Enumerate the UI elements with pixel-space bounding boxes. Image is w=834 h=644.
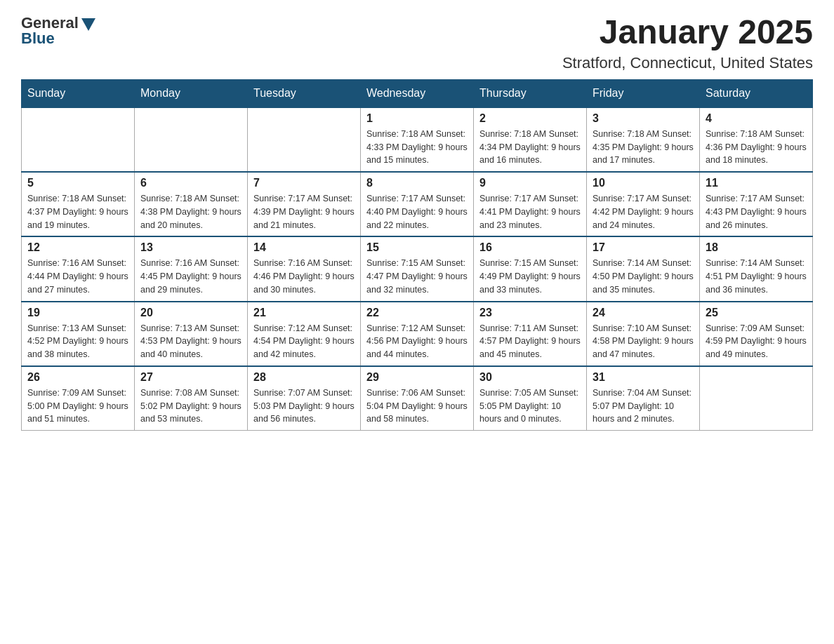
calendar-day-2: 2Sunrise: 7:18 AM Sunset: 4:34 PM Daylig… <box>474 107 587 172</box>
calendar-day-29: 29Sunrise: 7:06 AM Sunset: 5:04 PM Dayli… <box>361 366 474 431</box>
day-number: 19 <box>27 307 128 319</box>
calendar-week-row: 5Sunrise: 7:18 AM Sunset: 4:37 PM Daylig… <box>22 172 813 236</box>
calendar-week-row: 26Sunrise: 7:09 AM Sunset: 5:00 PM Dayli… <box>22 366 813 431</box>
calendar-day-7: 7Sunrise: 7:17 AM Sunset: 4:39 PM Daylig… <box>248 172 361 236</box>
day-number: 28 <box>253 371 355 384</box>
day-info: Sunrise: 7:17 AM Sunset: 4:39 PM Dayligh… <box>253 192 355 232</box>
calendar-day-14: 14Sunrise: 7:16 AM Sunset: 4:46 PM Dayli… <box>248 236 361 301</box>
day-number: 29 <box>366 371 468 384</box>
day-number: 6 <box>140 177 241 189</box>
day-number: 27 <box>140 371 241 384</box>
calendar-week-row: 12Sunrise: 7:16 AM Sunset: 4:44 PM Dayli… <box>22 236 813 301</box>
day-number: 9 <box>479 177 581 189</box>
day-info: Sunrise: 7:18 AM Sunset: 4:36 PM Dayligh… <box>706 128 807 167</box>
logo-triangle-icon <box>81 18 95 31</box>
calendar-day-9: 9Sunrise: 7:17 AM Sunset: 4:41 PM Daylig… <box>474 172 587 236</box>
day-header-wednesday: Wednesday <box>361 79 474 107</box>
calendar-day-22: 22Sunrise: 7:12 AM Sunset: 4:56 PM Dayli… <box>361 302 474 366</box>
month-title: January 2025 <box>562 14 813 51</box>
calendar-day-16: 16Sunrise: 7:15 AM Sunset: 4:49 PM Dayli… <box>474 236 587 301</box>
calendar-empty-cell <box>248 107 361 172</box>
calendar-day-31: 31Sunrise: 7:04 AM Sunset: 5:07 PM Dayli… <box>587 366 700 431</box>
calendar-day-6: 6Sunrise: 7:18 AM Sunset: 4:38 PM Daylig… <box>135 172 248 236</box>
calendar-day-19: 19Sunrise: 7:13 AM Sunset: 4:52 PM Dayli… <box>22 302 135 366</box>
day-number: 11 <box>706 177 807 189</box>
calendar-day-15: 15Sunrise: 7:15 AM Sunset: 4:47 PM Dayli… <box>361 236 474 301</box>
calendar-day-5: 5Sunrise: 7:18 AM Sunset: 4:37 PM Daylig… <box>22 172 135 236</box>
calendar-day-28: 28Sunrise: 7:07 AM Sunset: 5:03 PM Dayli… <box>248 366 361 431</box>
calendar-day-26: 26Sunrise: 7:09 AM Sunset: 5:00 PM Dayli… <box>22 366 135 431</box>
calendar-day-18: 18Sunrise: 7:14 AM Sunset: 4:51 PM Dayli… <box>700 236 813 301</box>
day-info: Sunrise: 7:13 AM Sunset: 4:52 PM Dayligh… <box>27 322 128 361</box>
day-number: 18 <box>706 241 807 254</box>
calendar-day-30: 30Sunrise: 7:05 AM Sunset: 5:05 PM Dayli… <box>474 366 587 431</box>
day-header-thursday: Thursday <box>474 79 587 107</box>
day-info: Sunrise: 7:14 AM Sunset: 4:51 PM Dayligh… <box>706 257 807 296</box>
day-info: Sunrise: 7:14 AM Sunset: 4:50 PM Dayligh… <box>593 257 694 296</box>
calendar-empty-cell <box>700 366 813 431</box>
calendar-day-3: 3Sunrise: 7:18 AM Sunset: 4:35 PM Daylig… <box>587 107 700 172</box>
day-info: Sunrise: 7:09 AM Sunset: 5:00 PM Dayligh… <box>27 387 128 426</box>
calendar-day-13: 13Sunrise: 7:16 AM Sunset: 4:45 PM Dayli… <box>135 236 248 301</box>
day-info: Sunrise: 7:11 AM Sunset: 4:57 PM Dayligh… <box>479 322 581 361</box>
day-number: 31 <box>593 371 694 384</box>
day-number: 26 <box>27 371 128 384</box>
day-info: Sunrise: 7:17 AM Sunset: 4:43 PM Dayligh… <box>706 192 807 232</box>
day-number: 16 <box>479 241 581 254</box>
calendar-day-24: 24Sunrise: 7:10 AM Sunset: 4:58 PM Dayli… <box>587 302 700 366</box>
day-info: Sunrise: 7:05 AM Sunset: 5:05 PM Dayligh… <box>479 387 581 426</box>
calendar-table: SundayMondayTuesdayWednesdayThursdayFrid… <box>21 79 813 431</box>
day-header-sunday: Sunday <box>22 79 135 107</box>
day-info: Sunrise: 7:18 AM Sunset: 4:35 PM Dayligh… <box>593 128 694 167</box>
day-info: Sunrise: 7:04 AM Sunset: 5:07 PM Dayligh… <box>593 387 694 426</box>
day-info: Sunrise: 7:17 AM Sunset: 4:40 PM Dayligh… <box>366 192 468 232</box>
day-number: 25 <box>706 307 807 319</box>
day-info: Sunrise: 7:13 AM Sunset: 4:53 PM Dayligh… <box>140 322 241 361</box>
day-header-friday: Friday <box>587 79 700 107</box>
location-title: Stratford, Connecticut, United States <box>562 54 813 72</box>
day-info: Sunrise: 7:18 AM Sunset: 4:37 PM Dayligh… <box>27 192 128 232</box>
calendar-day-23: 23Sunrise: 7:11 AM Sunset: 4:57 PM Dayli… <box>474 302 587 366</box>
calendar-day-1: 1Sunrise: 7:18 AM Sunset: 4:33 PM Daylig… <box>361 107 474 172</box>
calendar-day-11: 11Sunrise: 7:17 AM Sunset: 4:43 PM Dayli… <box>700 172 813 236</box>
day-number: 17 <box>593 241 694 254</box>
day-info: Sunrise: 7:16 AM Sunset: 4:44 PM Dayligh… <box>27 257 128 296</box>
day-number: 7 <box>253 177 355 189</box>
day-header-monday: Monday <box>135 79 248 107</box>
day-number: 10 <box>593 177 694 189</box>
day-info: Sunrise: 7:09 AM Sunset: 4:59 PM Dayligh… <box>706 322 807 361</box>
day-info: Sunrise: 7:06 AM Sunset: 5:04 PM Dayligh… <box>366 387 468 426</box>
day-info: Sunrise: 7:08 AM Sunset: 5:02 PM Dayligh… <box>140 387 241 426</box>
day-info: Sunrise: 7:16 AM Sunset: 4:46 PM Dayligh… <box>253 257 355 296</box>
calendar-day-27: 27Sunrise: 7:08 AM Sunset: 5:02 PM Dayli… <box>135 366 248 431</box>
calendar-day-12: 12Sunrise: 7:16 AM Sunset: 4:44 PM Dayli… <box>22 236 135 301</box>
day-info: Sunrise: 7:18 AM Sunset: 4:33 PM Dayligh… <box>366 128 468 167</box>
day-info: Sunrise: 7:16 AM Sunset: 4:45 PM Dayligh… <box>140 257 241 296</box>
day-number: 22 <box>366 307 468 319</box>
day-number: 8 <box>366 177 468 189</box>
day-number: 12 <box>27 241 128 254</box>
day-number: 24 <box>593 307 694 319</box>
day-info: Sunrise: 7:07 AM Sunset: 5:03 PM Dayligh… <box>253 387 355 426</box>
day-info: Sunrise: 7:12 AM Sunset: 4:54 PM Dayligh… <box>253 322 355 361</box>
day-number: 20 <box>140 307 241 319</box>
calendar-week-row: 19Sunrise: 7:13 AM Sunset: 4:52 PM Dayli… <box>22 302 813 366</box>
day-info: Sunrise: 7:18 AM Sunset: 4:34 PM Dayligh… <box>479 128 581 167</box>
logo: General Blue <box>21 14 95 48</box>
day-header-tuesday: Tuesday <box>248 79 361 107</box>
calendar-empty-cell <box>135 107 248 172</box>
day-info: Sunrise: 7:17 AM Sunset: 4:42 PM Dayligh… <box>593 192 694 232</box>
page-header: General Blue January 2025 Stratford, Con… <box>21 14 813 72</box>
calendar-header-row: SundayMondayTuesdayWednesdayThursdayFrid… <box>22 79 813 107</box>
title-block: January 2025 Stratford, Connecticut, Uni… <box>562 14 813 72</box>
day-info: Sunrise: 7:17 AM Sunset: 4:41 PM Dayligh… <box>479 192 581 232</box>
day-number: 14 <box>253 241 355 254</box>
day-number: 21 <box>253 307 355 319</box>
calendar-day-17: 17Sunrise: 7:14 AM Sunset: 4:50 PM Dayli… <box>587 236 700 301</box>
day-number: 13 <box>140 241 241 254</box>
day-header-saturday: Saturday <box>700 79 813 107</box>
day-number: 23 <box>479 307 581 319</box>
calendar-week-row: 1Sunrise: 7:18 AM Sunset: 4:33 PM Daylig… <box>22 107 813 172</box>
calendar-day-20: 20Sunrise: 7:13 AM Sunset: 4:53 PM Dayli… <box>135 302 248 366</box>
day-info: Sunrise: 7:18 AM Sunset: 4:38 PM Dayligh… <box>140 192 241 232</box>
